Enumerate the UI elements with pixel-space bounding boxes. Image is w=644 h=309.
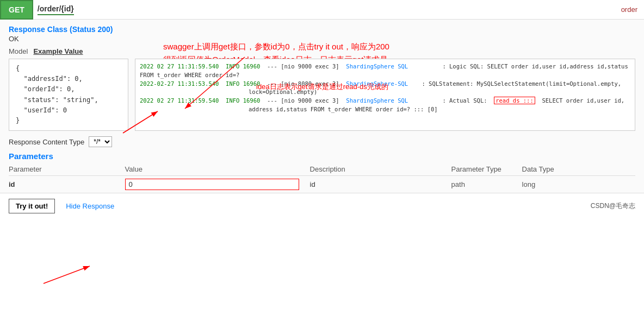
log-time-3: 2022 02 27 11:31:59.540 bbox=[140, 97, 219, 104]
bottom-row: Try it out! Hide Response CSDN@毛奇志 bbox=[0, 193, 644, 219]
log-line-1: 2022 02 27 11:31:59.540 INFO 16960 --- [… bbox=[140, 62, 630, 80]
response-class-title: Response Class (Status 200) bbox=[9, 25, 635, 34]
param-id-dtype: long bbox=[522, 176, 635, 193]
code-area-wrapper: { "addressId": 0, "orderId": 0, "status"… bbox=[9, 59, 635, 131]
method-badge: GET bbox=[0, 0, 33, 20]
json-code-block: { "addressId": 0, "orderId": 0, "status"… bbox=[9, 59, 128, 131]
log-time-1: 2022 02 27 11:31:59.540 bbox=[140, 63, 219, 70]
col-value: Value bbox=[125, 163, 310, 176]
log-msg-2: : SQLStatement: MySQLSelectStatement(lim… bbox=[422, 80, 621, 87]
col-param-type: Parameter Type bbox=[451, 163, 522, 176]
log-class-3: ShardingSphere SQL bbox=[346, 97, 408, 104]
log-highlight: read ds ::: bbox=[494, 97, 535, 104]
header-bar: GET /order/{id} order bbox=[0, 0, 644, 20]
json-line-2: "addressId": 0, bbox=[16, 74, 121, 84]
content-type-select[interactable]: */* bbox=[89, 136, 112, 147]
col-parameter: Parameter bbox=[9, 163, 125, 176]
col-data-type: Data Type bbox=[522, 163, 635, 176]
json-line-1: { bbox=[16, 64, 121, 74]
log-class-2: ShardingSphere-SQL bbox=[346, 80, 408, 87]
log-level-2: INFO 16960 bbox=[226, 80, 260, 87]
log-msg-2b: lock=Optional.empty) bbox=[140, 89, 317, 95]
param-id-input[interactable] bbox=[125, 179, 299, 190]
log-thread-2: --- [nio-8080-exec-3] bbox=[267, 80, 339, 87]
tab-model[interactable]: Model bbox=[9, 47, 28, 55]
table-row: id id path long bbox=[9, 176, 635, 193]
try-it-button[interactable]: Try it out! bbox=[9, 199, 55, 213]
response-content-row: Response Content Type */* bbox=[9, 136, 635, 147]
log-line-3: 2022 02 27 11:31:59.540 INFO 16960 --- [… bbox=[140, 97, 630, 114]
col-description: Description bbox=[310, 163, 451, 176]
watermark: CSDN@毛奇志 bbox=[591, 201, 635, 211]
annotation-line1: swagger上调用get接口，参数id为0，点击try it out，响应为2… bbox=[163, 40, 423, 53]
param-id-desc: id bbox=[310, 176, 451, 193]
param-id-type: path bbox=[451, 176, 522, 193]
hide-response-link[interactable]: Hide Response bbox=[66, 202, 114, 210]
json-line-4: "status": "string", bbox=[16, 95, 121, 105]
json-line-5: "userId": 0 bbox=[16, 105, 121, 116]
svg-line-3 bbox=[44, 266, 90, 283]
log-msg-3c: address id,status FROM t_order WHERE ord… bbox=[140, 106, 438, 112]
log-thread-1: --- [nio 9000 exec 3] bbox=[267, 63, 339, 70]
tab-example[interactable]: Example Value bbox=[33, 47, 83, 55]
parameters-title: Parameters bbox=[9, 152, 635, 161]
log-class-1: ShardingSphere SQL bbox=[346, 63, 408, 70]
log-time-2: 2022-02-27 11:31:53.540 bbox=[140, 80, 219, 87]
param-id-value-cell bbox=[125, 176, 310, 193]
log-block: 2022 02 27 11:31:59.540 INFO 16960 --- [… bbox=[135, 59, 635, 131]
log-msg-3b: SELECT order id,user id, bbox=[542, 97, 624, 104]
log-line-2: 2022-02-27 11:31:53.540 INFO 16960 --- [… bbox=[140, 80, 630, 97]
parameters-table: Parameter Value Description Parameter Ty… bbox=[9, 163, 635, 193]
json-line-3: "orderId": 0, bbox=[16, 84, 121, 94]
main-layout: swagger上调用get接口，参数id为0，点击try it out，响应为2… bbox=[0, 20, 644, 193]
log-level-1: INFO 16960 bbox=[226, 63, 260, 70]
log-msg-3a: : Actual SQL: bbox=[442, 97, 487, 104]
json-line-6: } bbox=[16, 116, 121, 126]
log-level-3: INFO 16960 bbox=[226, 97, 260, 104]
log-thread-3: --- [nio 9000 exec 3] bbox=[267, 97, 339, 104]
tag-label: order bbox=[621, 5, 637, 14]
endpoint-path: /order/{id} bbox=[38, 4, 74, 15]
response-content-label: Response Content Type bbox=[9, 138, 84, 146]
param-id-name: id bbox=[9, 176, 125, 193]
